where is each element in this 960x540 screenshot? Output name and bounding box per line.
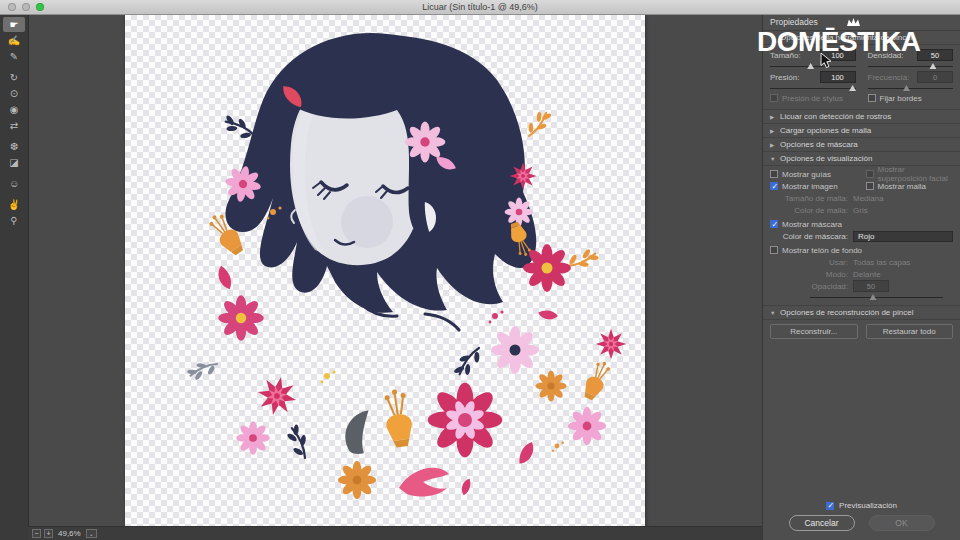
- backdrop-use-label: Usar:: [770, 258, 848, 267]
- show-backdrop-checkbox[interactable]: [770, 246, 778, 254]
- mesh-size-label: Tamaño de malla:: [770, 194, 848, 203]
- panel-title: Propiedades: [763, 14, 960, 31]
- flower-daisy: [491, 326, 539, 374]
- density-input[interactable]: 50: [917, 49, 953, 61]
- flower-sprig: [523, 106, 554, 142]
- titlebar: Licuar (Sin título-1 @ 49,6%): [0, 0, 960, 15]
- flower-sprig: [281, 422, 316, 462]
- hand-tool-icon[interactable]: ✌: [3, 197, 25, 212]
- preview-checkbox[interactable]: [826, 502, 834, 510]
- forward-warp-tool-icon[interactable]: ☛: [3, 17, 25, 32]
- liquify-artboard[interactable]: [125, 14, 645, 527]
- disclosure-expanded-icon: ▼: [770, 35, 776, 41]
- twirl-clockwise-tool-icon[interactable]: ↻: [3, 70, 25, 85]
- size-input[interactable]: 100: [820, 49, 856, 61]
- mask-color-select[interactable]: Rojo: [853, 231, 953, 242]
- flower-daisy: [236, 421, 270, 455]
- show-guides-checkbox[interactable]: [770, 170, 778, 178]
- restore-all-button[interactable]: Restaurar todo: [866, 324, 954, 339]
- backdrop-opacity-slider: [810, 293, 943, 301]
- bloat-tool-icon[interactable]: ◉: [3, 102, 25, 117]
- properties-panel: Propiedades ▼ Opciones de la herramienta…: [762, 14, 960, 540]
- show-face-overlay-checkbox: [866, 170, 874, 178]
- backdrop-use-select: Todas las capas: [853, 258, 910, 267]
- window-title: Licuar (Sin título-1 @ 49,6%): [422, 2, 538, 12]
- section-brush-options[interactable]: ▼ Opciones de la herramienta de pincel: [763, 31, 960, 45]
- liquify-dialog-window: Licuar (Sin título-1 @ 49,6%) ☛✍✎↻⊙◉⇄❆◪☺…: [0, 0, 960, 540]
- reconstruct-tool-icon[interactable]: ✍: [3, 33, 25, 48]
- flower-daisy: [338, 461, 376, 499]
- flower-daisy: [428, 383, 502, 457]
- reconstruct-button[interactable]: Reconstruir...: [770, 324, 858, 339]
- backdrop-mode-select: Delante: [853, 270, 881, 279]
- flower-dot: [489, 310, 504, 323]
- pressure-slider[interactable]: [770, 84, 856, 92]
- zoom-level-value: 49,6%: [58, 529, 81, 538]
- flower-zin: [254, 373, 300, 419]
- flower-drop: [516, 440, 538, 467]
- disclosure-collapsed-icon: ▶: [770, 114, 776, 120]
- flower-zin: [596, 329, 627, 360]
- flower-daisy: [523, 244, 571, 292]
- rate-label: Frecuencia:: [868, 73, 910, 82]
- thaw-mask-tool-icon[interactable]: ◪: [3, 155, 25, 170]
- pucker-tool-icon[interactable]: ⊙: [3, 86, 25, 101]
- flower-daisy: [405, 122, 446, 163]
- pin-edges-checkbox[interactable]: [868, 94, 876, 102]
- show-mask-checkbox[interactable]: [770, 220, 778, 228]
- flower-daisy: [218, 295, 264, 341]
- fullscreen-icon[interactable]: [36, 3, 44, 11]
- backdrop-opacity-input: 50: [853, 280, 889, 292]
- section-mask-options[interactable]: ▶ Opciones de máscara: [763, 138, 960, 152]
- flower-drop: [459, 477, 472, 496]
- flower-sprig: [451, 342, 486, 382]
- zoom-tool-icon[interactable]: ⚲: [3, 213, 25, 228]
- flower-zin: [509, 162, 536, 189]
- mesh-size-select: Mediana: [853, 194, 884, 203]
- section-view-options[interactable]: ▼ Opciones de visualización: [763, 152, 960, 166]
- section-label: Opciones de visualización: [780, 154, 873, 163]
- stylus-pressure-label: Presión de stylus: [782, 94, 843, 103]
- stylus-pressure-checkbox: [770, 94, 778, 102]
- show-image-checkbox[interactable]: [770, 182, 778, 190]
- section-label: Opciones de reconstrucción de pincel: [780, 308, 913, 317]
- show-guides-label: Mostrar guías: [782, 170, 831, 179]
- zoom-in-button[interactable]: +: [44, 529, 53, 538]
- push-left-tool-icon[interactable]: ⇄: [3, 118, 25, 133]
- pin-edges-label: Fijar bordes: [880, 94, 922, 103]
- liquify-toolstrip: ☛✍✎↻⊙◉⇄❆◪☺✌⚲: [0, 14, 29, 540]
- ok-button[interactable]: OK: [869, 515, 935, 531]
- backdrop-mode-label: Modo:: [770, 270, 848, 279]
- smooth-tool-icon[interactable]: ✎: [3, 49, 25, 64]
- flower-swirl: [399, 468, 449, 497]
- close-icon[interactable]: [8, 3, 16, 11]
- flower-daisy: [568, 407, 606, 445]
- view-options-block: Mostrar guías Mostrar superposición faci…: [763, 166, 960, 306]
- flower-drop: [215, 264, 234, 291]
- section-label: Licuar con detección de rostros: [780, 112, 891, 121]
- density-slider[interactable]: [868, 62, 954, 70]
- mask-color-label: Color de máscara:: [770, 232, 848, 241]
- flower-dot: [321, 370, 336, 383]
- density-label: Densidad:: [868, 51, 904, 60]
- flower-sprig: [185, 354, 221, 385]
- freeze-mask-tool-icon[interactable]: ❆: [3, 139, 25, 154]
- show-mesh-checkbox[interactable]: [866, 182, 874, 190]
- statusbar: − + 49,6% ⌄: [28, 526, 762, 540]
- rate-slider: [868, 84, 954, 92]
- size-slider[interactable]: [770, 62, 856, 70]
- show-image-label: Mostrar imagen: [782, 182, 838, 191]
- minimize-icon[interactable]: [22, 3, 30, 11]
- pressure-input[interactable]: 100: [820, 71, 856, 83]
- face-tool-icon[interactable]: ☺: [3, 176, 25, 191]
- disclosure-expanded-icon: ▼: [770, 310, 776, 316]
- section-load-mesh[interactable]: ▶ Cargar opciones de malla: [763, 124, 960, 138]
- zoom-level-select[interactable]: ⌄: [86, 529, 97, 538]
- zoom-out-button[interactable]: −: [32, 529, 41, 538]
- flower-tulip: [382, 388, 415, 449]
- mesh-color-label: Color de malla:: [770, 206, 848, 215]
- section-reconstruct-options[interactable]: ▼ Opciones de reconstrucción de pincel: [763, 306, 960, 320]
- section-face-liquify[interactable]: ▶ Licuar con detección de rostros: [763, 110, 960, 124]
- section-label: Opciones de la herramienta de pincel: [780, 33, 913, 42]
- cancel-button[interactable]: Cancelar: [789, 515, 855, 531]
